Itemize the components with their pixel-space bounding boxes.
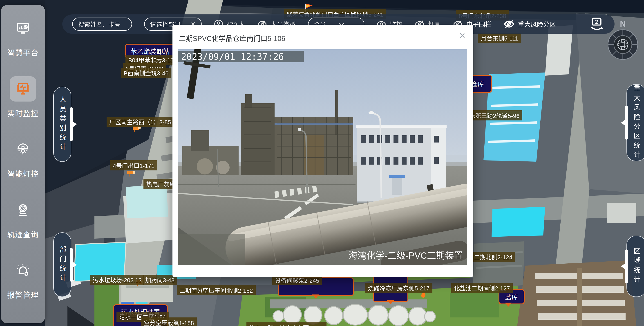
sidebar-item-smart-light[interactable]: 智能灯控 [7, 137, 39, 179]
sidebar-item-track-query[interactable]: 轨迹查询 [7, 198, 39, 240]
sidebar-item-user-list[interactable] [10, 320, 36, 326]
smart-platform-monitor-icon [10, 16, 36, 41]
sidebar: 智慧平台 实时监控 智能灯控 [1, 5, 45, 323]
search-placeholder: 搜索姓名、卡号 [78, 20, 120, 29]
close-icon[interactable]: ✕ [459, 31, 466, 40]
map-label[interactable]: 加药间3-43 [142, 275, 177, 285]
tab-area-stats[interactable]: 区域统计 [626, 236, 644, 297]
view-mode-button[interactable]: 2 [588, 17, 605, 32]
map-label[interactable]: 4号门出口1-171 [110, 160, 157, 171]
track-query-icon [10, 198, 36, 223]
map-label[interactable]: B西南侧全貌3-46 [121, 68, 171, 78]
switch-2d-icon: 2 [588, 17, 605, 32]
map-label[interactable]: 东第三跨2轨道5-96 [467, 110, 522, 120]
user-list-icon [10, 320, 36, 326]
map-label[interactable]: 热水5#和6#冷冻水东面2-134 [246, 322, 326, 326]
realtime-monitor-icon [10, 76, 36, 102]
sidebar-item-smart-platform[interactable]: 智慧平台 [7, 16, 39, 58]
camera-timestamp: 2023/09/01 12:37:26 [181, 52, 284, 62]
sidebar-item-alarm-management[interactable]: 报警管理 [7, 258, 39, 300]
camera-feed-image: 2023/09/01 12:37:26 海湾化学-二级-PVC二期装置 [178, 49, 467, 265]
compass-gimbal[interactable] [607, 28, 639, 61]
toggle-major-risk-zone[interactable]: 重大风险分区 [504, 19, 556, 30]
camera-modal: 二期SPVC化学品仓库南门口5-106 ✕ [172, 25, 473, 277]
alarm-management-icon [10, 258, 36, 283]
camera-watermark: 海湾化学-二级-PVC二期装置 [348, 251, 463, 260]
map-label[interactable]: 厂区南主路西（1）3-85 [106, 117, 174, 127]
map-label[interactable]: 二期北侧2-124 [471, 252, 515, 262]
tab-major-risk-zone-stats[interactable]: 重大风险分区统计 [626, 84, 644, 161]
map-label[interactable]: 化盐池二期南侧2-127 [451, 283, 513, 293]
map-label[interactable]: 烧碱冷冻厂房东侧5-217 [365, 283, 432, 293]
svg-text:2: 2 [595, 19, 598, 25]
tab-department-stats[interactable]: 部门统计 [53, 232, 71, 297]
tab-person-category-stats[interactable]: 人员类别统计 [53, 87, 71, 162]
map-label[interactable]: 污水垃圾场-202.13 [90, 275, 144, 285]
compass-north-label: N [607, 19, 639, 29]
map-label[interactable]: 月台东侧5-111 [478, 33, 521, 43]
sidebar-item-realtime-monitor[interactable]: 实时监控 [7, 76, 39, 118]
map-label[interactable]: 空分空压液氮1-188 [141, 317, 197, 326]
smart-light-icon [10, 137, 36, 162]
search-input[interactable]: 搜索姓名、卡号 [72, 18, 132, 31]
modal-title: 二期SPVC化学品仓库南门口5-106 [179, 33, 285, 43]
map-label[interactable]: 二期空分空压车间北侧2-162 [177, 285, 256, 295]
eye-off-bold-icon [504, 19, 514, 30]
